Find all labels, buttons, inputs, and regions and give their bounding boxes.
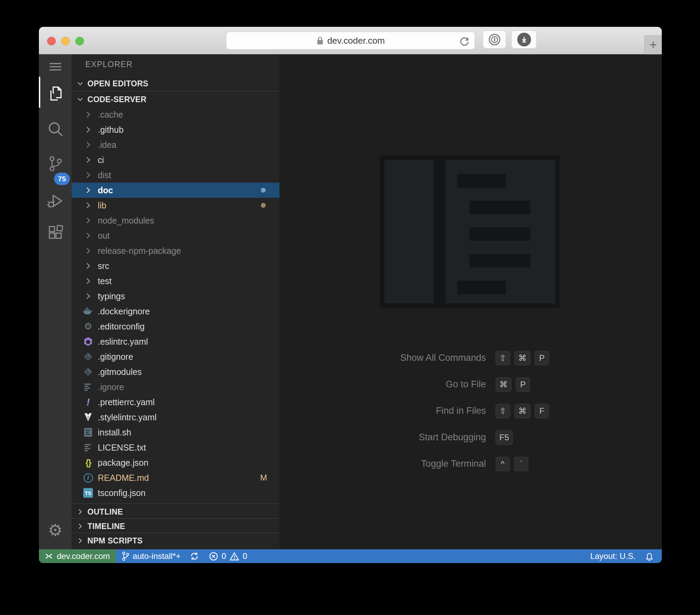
downloads-button[interactable] <box>511 31 537 48</box>
run-debug-icon <box>46 192 64 210</box>
git-icon <box>82 352 94 362</box>
tree-item-package.json[interactable]: {}package.json <box>72 455 279 470</box>
decoration-dot <box>261 188 266 193</box>
source-control-icon <box>47 155 64 173</box>
tree-item-release-npm-package[interactable]: release-npm-package <box>72 243 279 258</box>
activity-item-source-control[interactable]: 75 <box>39 153 72 175</box>
one-password-extension-button[interactable] <box>483 31 506 48</box>
section-label: OUTLINE <box>87 507 123 517</box>
key-cap: P <box>516 377 530 392</box>
bell-icon <box>645 551 654 561</box>
tree-item-doc[interactable]: doc <box>72 183 279 198</box>
tree-item-label: .gitmodules <box>98 367 142 377</box>
chevron-down-icon <box>76 96 85 103</box>
git-branch-status[interactable]: auto-install*+ <box>121 551 180 561</box>
tree-item-label: .github <box>98 125 124 135</box>
error-icon <box>209 552 218 561</box>
sync-icon <box>190 551 199 561</box>
tree-item-label: dist <box>98 170 111 180</box>
tree-item-.stylelintrc.yaml[interactable]: .stylelintrc.yaml <box>72 410 279 425</box>
shortcut-label: Find in Files <box>279 406 486 416</box>
tree-item-.gitignore[interactable]: .gitignore <box>72 349 279 364</box>
section-outline[interactable]: OUTLINE <box>72 504 279 519</box>
tree-item-node_modules[interactable]: node_modules <box>72 213 279 228</box>
zoom-window-button[interactable] <box>75 37 84 45</box>
tree-item-.eslintrc.yaml[interactable]: .eslintrc.yaml <box>72 334 279 349</box>
chevron-right-icon <box>82 292 94 300</box>
decoration-dot <box>261 203 266 208</box>
tree-item-README.md[interactable]: iREADME.mdM <box>72 470 279 485</box>
tree-item-label: src <box>98 261 109 271</box>
tree-item-label: test <box>98 276 112 286</box>
chevron-right-icon <box>82 231 94 240</box>
chevron-right-icon <box>82 247 94 255</box>
activity-item-search[interactable] <box>39 118 72 140</box>
section-open-editors[interactable]: OPEN EDITORS <box>72 76 279 91</box>
tree-item-out[interactable]: out <box>72 228 279 243</box>
tree-item-label: .cache <box>98 110 123 120</box>
section-label: OPEN EDITORS <box>87 79 148 88</box>
minimize-window-button[interactable] <box>61 37 70 45</box>
docker-icon <box>82 307 94 316</box>
section-workspace-root[interactable]: CODE-SERVER <box>72 92 279 107</box>
section-label: NPM SCRIPTS <box>87 536 142 546</box>
key-cap: P <box>535 351 549 365</box>
vscode-workbench: ⚙ 75 EXPLORER OPEN EDITORS CODE-SERVER <box>39 54 662 549</box>
section-npm-scripts[interactable]: NPM SCRIPTS <box>72 533 279 548</box>
tree-item-src[interactable]: src <box>72 258 279 273</box>
reload-icon[interactable] <box>459 35 470 46</box>
tree-item-label: tsconfig.json <box>98 488 146 498</box>
notifications-bell-button[interactable] <box>645 551 654 561</box>
tree-item-.gitmodules[interactable]: .gitmodules <box>72 364 279 379</box>
chevron-right-icon <box>82 216 94 225</box>
tree-item-.cache[interactable]: .cache <box>72 107 279 122</box>
tree-item-.editorconfig[interactable]: ⚙.editorconfig <box>72 319 279 334</box>
settings-gear-icon[interactable]: ⚙ <box>39 518 72 542</box>
one-password-icon <box>488 33 501 46</box>
tree-item-LICENSE.txt[interactable]: LICENSE.txt <box>72 440 279 455</box>
activity-item-menu[interactable] <box>39 56 72 78</box>
section-label: TIMELINE <box>87 522 125 531</box>
tree-item-label: .idea <box>98 140 116 150</box>
divider <box>72 504 279 504</box>
new-tab-button[interactable]: + <box>644 35 662 54</box>
remote-indicator[interactable]: dev.coder.com <box>39 549 116 563</box>
shortcut-row: Toggle Terminal^` <box>279 451 662 477</box>
activity-item-extensions[interactable] <box>39 222 72 244</box>
tree-item-lib[interactable]: lib <box>72 198 279 213</box>
tree-item-dist[interactable]: dist <box>72 168 279 183</box>
tree-item-.dockerignore[interactable]: .dockerignore <box>72 304 279 319</box>
chevron-right-icon <box>82 201 94 209</box>
keyboard-layout-status[interactable]: Layout: U.S. <box>590 551 636 561</box>
tree-item-.prettierrc.yaml[interactable]: !.prettierrc.yaml <box>72 395 279 410</box>
typescript-icon: TS <box>82 488 94 498</box>
section-timeline[interactable]: TIMELINE <box>72 519 279 534</box>
tree-item-install.sh[interactable]: install.sh <box>72 425 279 440</box>
tree-item-.idea[interactable]: .idea <box>72 137 279 152</box>
tree-item-label: .stylelintrc.yaml <box>98 412 157 422</box>
json-braces-icon: {} <box>82 458 94 468</box>
search-icon <box>47 120 64 138</box>
tree-item-tsconfig.json[interactable]: TStsconfig.json <box>72 485 279 500</box>
explorer-sidebar: EXPLORER OPEN EDITORS CODE-SERVER .cache… <box>72 54 279 549</box>
watermark-right-panel <box>446 160 555 303</box>
address-bar[interactable]: dev.coder.com <box>226 32 475 50</box>
tree-item-test[interactable]: test <box>72 273 279 289</box>
url-text: dev.coder.com <box>327 35 385 46</box>
key-cap: ` <box>514 457 528 471</box>
activity-item-run-debug[interactable] <box>39 190 72 212</box>
shortcut-row: Show All Commands⇧⌘P <box>279 345 662 371</box>
close-window-button[interactable] <box>47 37 56 45</box>
shortcut-row: Go to File⌘P <box>279 371 662 398</box>
tree-item-label: .ignore <box>98 382 124 392</box>
key-cap: ⌘ <box>496 377 511 392</box>
sync-changes-button[interactable] <box>190 551 199 561</box>
tree-item-ci[interactable]: ci <box>72 152 279 168</box>
activity-item-files[interactable] <box>39 82 72 104</box>
problems-status[interactable]: 0 0 <box>209 551 247 561</box>
tree-item-typings[interactable]: typings <box>72 289 279 304</box>
tree-item-.github[interactable]: .github <box>72 122 279 137</box>
key-cap: ⌘ <box>515 351 530 365</box>
chevron-right-icon <box>76 522 85 530</box>
tree-item-.ignore[interactable]: .ignore <box>72 379 279 395</box>
